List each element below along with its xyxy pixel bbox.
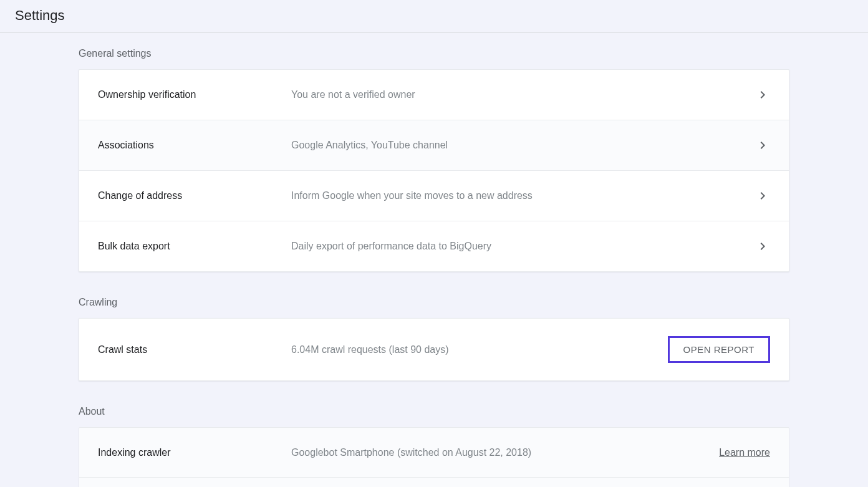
chevron-right-icon xyxy=(755,188,770,203)
row-change-of-address[interactable]: Change of address Inform Google when you… xyxy=(79,171,789,221)
row-title: Bulk data export xyxy=(98,241,291,252)
row-associations[interactable]: Associations Google Analytics, YouTube c… xyxy=(79,120,789,171)
chevron-right-icon xyxy=(755,87,770,102)
open-report-button[interactable]: OPEN REPORT xyxy=(668,336,770,363)
page-header: Settings xyxy=(0,0,868,33)
row-subtitle: You are not a verified owner xyxy=(291,89,755,100)
row-title: Ownership verification xyxy=(98,89,291,100)
row-ownership-verification[interactable]: Ownership verification You are not a ver… xyxy=(79,70,789,120)
settings-content: General settings Ownership verification … xyxy=(79,33,789,487)
row-property-added: Property added to account September 13, … xyxy=(79,478,789,487)
row-subtitle: Googlebot Smartphone (switched on August… xyxy=(291,447,719,458)
section-label-general: General settings xyxy=(79,43,789,69)
row-bulk-data-export[interactable]: Bulk data export Daily export of perform… xyxy=(79,221,789,271)
chevron-right-icon xyxy=(755,138,770,153)
row-title: Indexing crawler xyxy=(98,447,291,458)
row-subtitle: 6.04M crawl requests (last 90 days) xyxy=(291,344,668,355)
row-subtitle: Daily export of performance data to BigQ… xyxy=(291,241,755,252)
row-title: Crawl stats xyxy=(98,344,291,355)
row-subtitle: Inform Google when your site moves to a … xyxy=(291,190,755,201)
row-title: Associations xyxy=(98,140,291,151)
row-indexing-crawler: Indexing crawler Googlebot Smartphone (s… xyxy=(79,428,789,478)
general-settings-card: Ownership verification You are not a ver… xyxy=(79,69,789,272)
page-title: Settings xyxy=(15,7,853,24)
row-crawl-stats: Crawl stats 6.04M crawl requests (last 9… xyxy=(79,319,789,380)
row-title: Change of address xyxy=(98,190,291,201)
section-label-crawling: Crawling xyxy=(79,292,789,318)
crawling-card: Crawl stats 6.04M crawl requests (last 9… xyxy=(79,318,789,381)
row-subtitle: Google Analytics, YouTube channel xyxy=(291,140,755,151)
about-card: Indexing crawler Googlebot Smartphone (s… xyxy=(79,427,789,487)
chevron-right-icon xyxy=(755,239,770,254)
section-label-about: About xyxy=(79,401,789,427)
learn-more-link[interactable]: Learn more xyxy=(719,447,770,458)
